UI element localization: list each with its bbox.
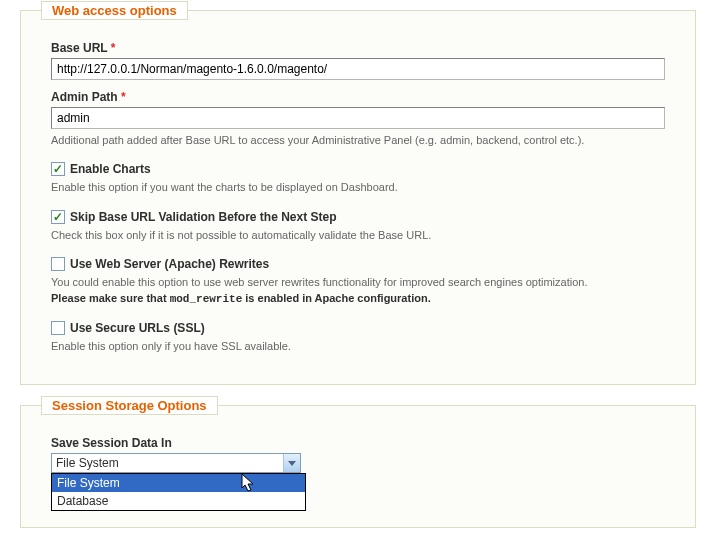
skip-validation-label[interactable]: Skip Base URL Validation Before the Next…: [70, 210, 337, 224]
save-session-select-wrap: File System File System Database: [51, 453, 301, 473]
admin-path-hint: Additional path added after Base URL to …: [51, 133, 665, 148]
skip-validation-hint: Check this box only if it is not possibl…: [51, 228, 665, 243]
skip-validation-row: Skip Base URL Validation Before the Next…: [51, 210, 665, 224]
save-session-select[interactable]: File System: [51, 453, 301, 473]
rewrites-label[interactable]: Use Web Server (Apache) Rewrites: [70, 257, 269, 271]
ssl-label[interactable]: Use Secure URLs (SSL): [70, 321, 205, 335]
admin-path-row: Admin Path *: [51, 90, 665, 129]
enable-charts-label[interactable]: Enable Charts: [70, 162, 151, 176]
ssl-hint: Enable this option only if you have SSL …: [51, 339, 665, 354]
rewrites-hint-code: mod_rewrite: [170, 293, 243, 305]
save-session-dropdown: File System Database: [51, 473, 306, 511]
chevron-down-icon: [283, 454, 300, 472]
base-url-row: Base URL *: [51, 41, 665, 80]
ssl-checkbox[interactable]: [51, 321, 65, 335]
admin-path-label: Admin Path *: [51, 90, 665, 104]
dropdown-option-file-system[interactable]: File System: [52, 474, 305, 492]
rewrites-hint: You could enable this option to use web …: [51, 275, 665, 307]
rewrites-checkbox[interactable]: [51, 257, 65, 271]
base-url-label: Base URL *: [51, 41, 665, 55]
skip-validation-checkbox[interactable]: [51, 210, 65, 224]
rewrites-hint-pre: You could enable this option to use web …: [51, 276, 587, 288]
web-access-legend: Web access options: [41, 1, 188, 20]
admin-path-label-text: Admin Path: [51, 90, 118, 104]
save-session-label: Save Session Data In: [51, 436, 665, 450]
rewrites-hint-bold2: is enabled in Apache configuration.: [242, 292, 430, 304]
required-mark: *: [111, 41, 116, 55]
enable-charts-hint: Enable this option if you want the chart…: [51, 180, 665, 195]
web-access-options-fieldset: Web access options Base URL * Admin Path…: [20, 10, 696, 385]
enable-charts-row: Enable Charts: [51, 162, 665, 176]
rewrites-row: Use Web Server (Apache) Rewrites: [51, 257, 665, 271]
save-session-row: Save Session Data In File System File Sy…: [51, 436, 665, 473]
base-url-input[interactable]: [51, 58, 665, 80]
ssl-row: Use Secure URLs (SSL): [51, 321, 665, 335]
rewrites-hint-bold1: Please make sure that: [51, 292, 170, 304]
enable-charts-checkbox[interactable]: [51, 162, 65, 176]
save-session-selected-value: File System: [56, 456, 119, 470]
session-storage-legend: Session Storage Options: [41, 396, 218, 415]
base-url-label-text: Base URL: [51, 41, 107, 55]
dropdown-option-database[interactable]: Database: [52, 492, 305, 510]
session-storage-fieldset: Session Storage Options Save Session Dat…: [20, 405, 696, 528]
required-mark: *: [121, 90, 126, 104]
admin-path-input[interactable]: [51, 107, 665, 129]
